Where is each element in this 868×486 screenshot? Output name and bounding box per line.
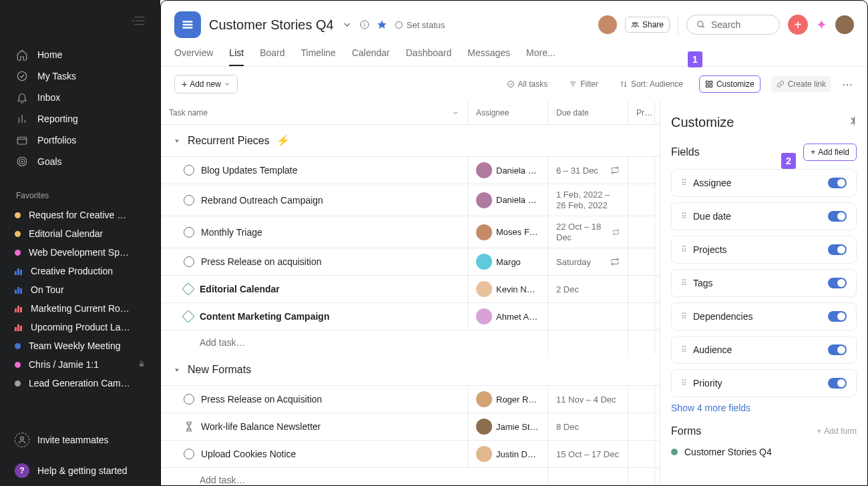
field-row-due-date[interactable]: ⠿Due date: [671, 202, 857, 230]
field-toggle[interactable]: [828, 311, 847, 322]
member-avatar[interactable]: [598, 15, 617, 34]
add-task-row[interactable]: Add task…: [161, 330, 660, 354]
complete-circle-icon[interactable]: [184, 256, 194, 267]
task-row[interactable]: Press Release on AcquisitionRoger Ray…11…: [161, 385, 660, 413]
task-row[interactable]: Press Release on acquisitionMargoSaturda…: [161, 248, 660, 275]
field-row-tags[interactable]: ⠿Tags: [671, 269, 857, 297]
svg-point-21: [635, 23, 637, 25]
favorite-item[interactable]: Upcoming Product La…: [0, 318, 160, 336]
drag-handle-icon[interactable]: ⠿: [681, 212, 686, 221]
drag-handle-icon[interactable]: ⠿: [681, 278, 686, 288]
tab-board[interactable]: Board: [260, 47, 284, 66]
field-toggle[interactable]: [828, 211, 847, 222]
share-button[interactable]: Share: [625, 17, 670, 33]
nav-goals[interactable]: Goals: [0, 151, 160, 172]
complete-circle-icon[interactable]: [184, 227, 194, 238]
nav-home[interactable]: Home: [0, 44, 160, 65]
tab-timeline[interactable]: Timeline: [301, 47, 336, 66]
search-input[interactable]: Search: [686, 15, 780, 35]
info-icon[interactable]: [359, 19, 370, 30]
task-name: Blog Updates Template: [201, 165, 298, 176]
nav-my-tasks[interactable]: My Tasks: [0, 65, 160, 87]
star-icon[interactable]: [377, 19, 387, 30]
section-header[interactable]: Recurrent Pieces⚡: [161, 125, 660, 156]
add-field-button[interactable]: +Add field: [803, 144, 857, 161]
add-new-button[interactable]: + Add new: [174, 75, 238, 93]
help-button[interactable]: ? Help & getting started: [0, 455, 160, 486]
tab-more[interactable]: More...: [526, 47, 556, 66]
tab-messages[interactable]: Messages: [467, 47, 510, 66]
task-row[interactable]: Work-life Balance NewsletterJamie Stap…8…: [161, 413, 660, 440]
task-row[interactable]: Editorial CalendarKevin New…2 Dec: [161, 275, 660, 302]
complete-circle-icon[interactable]: [184, 394, 194, 405]
field-toggle[interactable]: [828, 178, 847, 188]
milestone-diamond-icon[interactable]: [182, 310, 195, 323]
favorite-item[interactable]: Team Weekly Meeting: [0, 336, 160, 355]
all-tasks-button[interactable]: All tasks: [501, 76, 554, 92]
chevron-down-icon[interactable]: [342, 19, 353, 30]
project-dot-icon: [15, 212, 21, 218]
complete-circle-icon[interactable]: [184, 195, 194, 206]
show-more-fields-link[interactable]: Show 4 more fields: [671, 403, 857, 413]
tab-overview[interactable]: Overview: [174, 47, 213, 66]
sort-button[interactable]: Sort: Audience: [614, 76, 688, 92]
field-row-assignee[interactable]: ⠿Assignee: [671, 169, 857, 197]
field-row-dependencies[interactable]: ⠿Dependencies: [671, 302, 857, 330]
customize-button[interactable]: Customize: [699, 75, 761, 93]
set-status-button[interactable]: Set status: [395, 20, 445, 30]
field-row-audience[interactable]: ⠿Audience: [671, 336, 857, 364]
more-button[interactable]: ⋯: [842, 78, 854, 91]
close-panel-button[interactable]: [845, 115, 857, 130]
column-header[interactable]: Due date: [548, 101, 628, 124]
nav-reporting[interactable]: Reporting: [0, 108, 160, 130]
complete-circle-icon[interactable]: [184, 449, 194, 459]
field-toggle[interactable]: [828, 244, 847, 255]
field-toggle[interactable]: [828, 278, 847, 288]
favorite-item[interactable]: On Tour: [0, 280, 160, 299]
add-form-button[interactable]: +Add form: [817, 427, 857, 436]
column-header[interactable]: Assignee: [468, 101, 548, 124]
favorite-item[interactable]: Request for Creative …: [0, 206, 160, 224]
upgrade-icon[interactable]: ✦: [816, 17, 827, 33]
drag-handle-icon[interactable]: ⠿: [681, 245, 686, 254]
tab-list[interactable]: List: [229, 47, 244, 66]
section-header[interactable]: New Formats: [161, 354, 660, 385]
task-row[interactable]: Upload Cookies NoticeJustin Dean15 Oct –…: [161, 440, 660, 467]
column-header[interactable]: Task name: [161, 101, 468, 124]
favorite-item[interactable]: Chris / Jamie 1:1: [0, 355, 160, 374]
tab-dashboard[interactable]: Dashboard: [406, 47, 452, 66]
drag-handle-icon[interactable]: ⠿: [681, 312, 686, 321]
favorite-item[interactable]: Lead Generation Cam…: [0, 374, 160, 393]
task-name: Rebrand Outreach Campaign: [201, 195, 323, 206]
nav-portfolios[interactable]: Portfolios: [0, 130, 160, 151]
field-toggle[interactable]: [828, 344, 847, 355]
field-toggle[interactable]: [828, 378, 847, 389]
task-row[interactable]: Monthly TriageMoses Fidel22 Oct – 18 Dec: [161, 216, 660, 248]
field-row-priority[interactable]: ⠿Priority: [671, 369, 857, 397]
task-row[interactable]: Rebrand Outreach CampaignDaniela Var…1 F…: [161, 184, 660, 216]
create-link-button[interactable]: Create link: [771, 76, 831, 92]
invite-teammates-button[interactable]: Invite teammates: [0, 425, 160, 455]
sidebar-collapse-button[interactable]: [0, 0, 160, 41]
tab-calendar[interactable]: Calendar: [352, 47, 390, 66]
complete-circle-icon[interactable]: [184, 165, 194, 176]
favorite-item[interactable]: Creative Production: [0, 262, 160, 280]
assignee-avatar: [476, 254, 492, 270]
task-row[interactable]: Content Marketing CampaignAhmet Aslan: [161, 302, 660, 330]
nav-inbox[interactable]: Inbox: [0, 87, 160, 108]
column-header[interactable]: Pr…: [628, 101, 655, 124]
favorite-item[interactable]: Marketing Current Ro…: [0, 299, 160, 318]
user-avatar[interactable]: [835, 15, 854, 34]
drag-handle-icon[interactable]: ⠿: [681, 379, 686, 388]
milestone-diamond-icon[interactable]: [182, 282, 195, 296]
field-row-projects[interactable]: ⠿Projects: [671, 236, 857, 264]
favorite-item[interactable]: Editorial Calendar: [0, 224, 160, 243]
filter-button[interactable]: Filter: [564, 76, 604, 92]
drag-handle-icon[interactable]: ⠿: [681, 345, 686, 354]
add-task-row[interactable]: Add task…: [161, 467, 660, 485]
drag-handle-icon[interactable]: ⠿: [681, 178, 686, 188]
favorite-item[interactable]: Web Development Sp…: [0, 243, 160, 262]
form-row[interactable]: Customer Stories Q4: [671, 444, 857, 460]
global-add-button[interactable]: +: [788, 15, 808, 35]
task-row[interactable]: Blog Updates TemplateDaniela Var…6 – 31 …: [161, 156, 660, 184]
